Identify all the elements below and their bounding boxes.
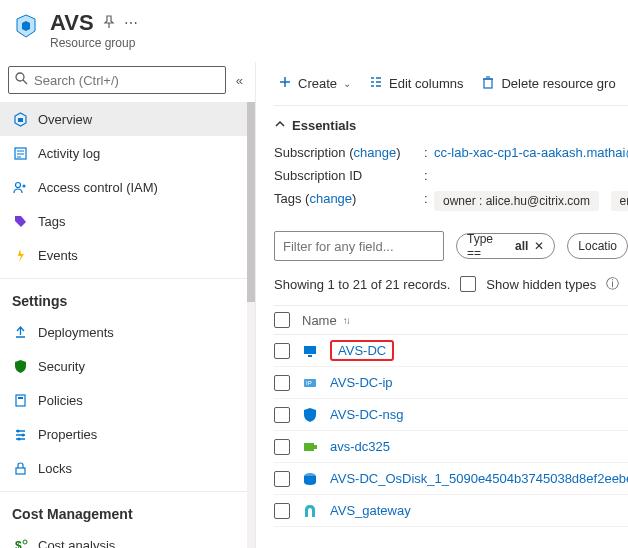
info-icon[interactable]: ⓘ bbox=[606, 275, 619, 293]
svg-rect-35 bbox=[304, 443, 314, 451]
sidebar-item-label: Security bbox=[38, 359, 85, 374]
vm-icon bbox=[302, 343, 318, 359]
row-checkbox[interactable] bbox=[274, 439, 290, 455]
resource-group-icon bbox=[12, 111, 28, 127]
table-row[interactable]: IPAVS-DC-ip bbox=[274, 367, 628, 399]
svg-point-8 bbox=[22, 184, 25, 187]
toolbar-label: Edit columns bbox=[389, 76, 463, 91]
row-checkbox[interactable] bbox=[274, 375, 290, 391]
svg-point-19 bbox=[23, 540, 27, 544]
nic-icon bbox=[302, 439, 318, 455]
change-tags-link[interactable]: change bbox=[309, 191, 352, 206]
more-icon[interactable]: ⋯ bbox=[124, 15, 138, 31]
close-icon[interactable]: ✕ bbox=[534, 239, 544, 253]
sidebar-item-deployments[interactable]: Deployments bbox=[0, 315, 255, 349]
resource-group-icon bbox=[12, 12, 40, 40]
highlight-box: AVS-DC bbox=[330, 340, 394, 361]
pin-icon[interactable] bbox=[102, 15, 116, 32]
iam-icon bbox=[12, 179, 28, 195]
svg-rect-32 bbox=[308, 355, 312, 357]
svg-point-0 bbox=[16, 73, 24, 81]
sidebar-item-policies[interactable]: Policies bbox=[0, 383, 255, 417]
svg-rect-2 bbox=[18, 118, 23, 122]
cost-analysis-icon: $ bbox=[12, 537, 28, 548]
sidebar-item-label: Policies bbox=[38, 393, 83, 408]
sidebar-item-label: Access control (IAM) bbox=[38, 180, 158, 195]
events-icon bbox=[12, 247, 28, 263]
resource-link[interactable]: AVS_gateway bbox=[330, 503, 411, 518]
location-filter-pill[interactable]: Locatio bbox=[567, 233, 628, 259]
sidebar-item-label: Cost analysis bbox=[38, 538, 115, 549]
table-row[interactable]: AVS-DC bbox=[274, 335, 628, 367]
plus-icon bbox=[278, 75, 292, 92]
sidebar-search-input[interactable] bbox=[34, 73, 219, 88]
svg-point-15 bbox=[21, 433, 24, 436]
row-checkbox[interactable] bbox=[274, 471, 290, 487]
subscription-link[interactable]: cc-lab-xac-cp1-ca-aakash.mathai@cit bbox=[434, 145, 628, 160]
sidebar-item-properties[interactable]: Properties bbox=[0, 417, 255, 451]
chevron-up-icon bbox=[274, 118, 286, 133]
subscription-id-value bbox=[434, 168, 628, 183]
resource-link[interactable]: avs-dc325 bbox=[330, 439, 390, 454]
svg-point-7 bbox=[15, 182, 20, 187]
essentials-toggle[interactable]: Essentials bbox=[274, 106, 628, 141]
svg-rect-28 bbox=[484, 79, 492, 88]
sidebar-item-tags[interactable]: Tags bbox=[0, 204, 255, 238]
type-filter-pill[interactable]: Type == all ✕ bbox=[456, 233, 555, 259]
records-count: Showing 1 to 21 of 21 records. bbox=[274, 277, 450, 292]
subscription-id-label: Subscription ID bbox=[274, 168, 424, 183]
deployments-icon bbox=[12, 324, 28, 340]
sidebar-item-activity-log[interactable]: Activity log bbox=[0, 136, 255, 170]
row-checkbox[interactable] bbox=[274, 343, 290, 359]
sidebar-scrollbar-thumb[interactable] bbox=[247, 102, 255, 302]
table-row[interactable]: AVS-DC_OsDisk_1_5090e4504b3745038d8ef2ee… bbox=[274, 463, 628, 495]
svg-point-16 bbox=[17, 437, 20, 440]
resource-link[interactable]: AVS-DC_OsDisk_1_5090e4504b3745038d8ef2ee… bbox=[330, 471, 628, 486]
svg-rect-17 bbox=[16, 468, 25, 474]
sidebar-item-label: Activity log bbox=[38, 146, 100, 161]
change-subscription-link[interactable]: change bbox=[354, 145, 397, 160]
svg-rect-10 bbox=[18, 397, 23, 399]
essentials-title: Essentials bbox=[292, 118, 356, 133]
collapse-sidebar-icon[interactable]: « bbox=[232, 69, 247, 92]
page-title: AVS bbox=[50, 10, 94, 36]
search-icon bbox=[15, 72, 28, 88]
show-hidden-checkbox[interactable] bbox=[460, 276, 476, 292]
sidebar-item-locks[interactable]: Locks bbox=[0, 451, 255, 485]
resource-link[interactable]: AVS-DC-nsg bbox=[330, 407, 403, 422]
filter-input[interactable] bbox=[274, 231, 444, 261]
page-subtitle: Resource group bbox=[50, 36, 138, 50]
column-header-name[interactable]: Name ↑↓ bbox=[302, 313, 349, 328]
policies-icon bbox=[12, 392, 28, 408]
tag-chip[interactable]: env bbox=[611, 191, 628, 211]
table-row[interactable]: AVS_gateway bbox=[274, 495, 628, 527]
sidebar-search[interactable] bbox=[8, 66, 226, 94]
select-all-checkbox[interactable] bbox=[274, 312, 290, 328]
svg-rect-9 bbox=[16, 395, 25, 406]
toolbar-label: Create bbox=[298, 76, 337, 91]
row-checkbox[interactable] bbox=[274, 407, 290, 423]
delete-button[interactable]: Delete resource gro bbox=[481, 75, 615, 92]
subscription-label: Subscription (change) bbox=[274, 145, 424, 160]
sidebar-item-cost-analysis[interactable]: $ Cost analysis bbox=[0, 528, 255, 548]
sort-icon: ↑↓ bbox=[343, 315, 349, 326]
locks-icon bbox=[12, 460, 28, 476]
create-button[interactable]: Create ⌄ bbox=[278, 75, 351, 92]
chevron-down-icon: ⌄ bbox=[343, 78, 351, 89]
table-row[interactable]: AVS-DC-nsg bbox=[274, 399, 628, 431]
sidebar-item-overview[interactable]: Overview bbox=[0, 102, 255, 136]
svg-line-1 bbox=[23, 80, 27, 84]
row-checkbox[interactable] bbox=[274, 503, 290, 519]
svg-text:IP: IP bbox=[306, 380, 312, 386]
security-icon bbox=[12, 358, 28, 374]
edit-columns-button[interactable]: Edit columns bbox=[369, 75, 463, 92]
resource-link[interactable]: AVS-DC-ip bbox=[330, 375, 393, 390]
resource-link[interactable]: AVS-DC bbox=[338, 343, 386, 358]
sidebar-item-events[interactable]: Events bbox=[0, 238, 255, 272]
table-row[interactable]: avs-dc325 bbox=[274, 431, 628, 463]
sidebar-section-cost: Cost Management bbox=[0, 492, 255, 528]
sidebar-item-label: Tags bbox=[38, 214, 65, 229]
sidebar-item-iam[interactable]: Access control (IAM) bbox=[0, 170, 255, 204]
sidebar-item-security[interactable]: Security bbox=[0, 349, 255, 383]
tag-chip[interactable]: owner : alice.hu@citrix.com bbox=[434, 191, 599, 211]
